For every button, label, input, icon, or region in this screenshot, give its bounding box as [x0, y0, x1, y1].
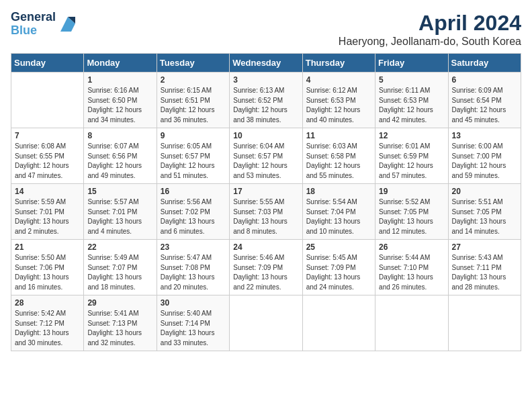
logo-line1: General [11, 10, 56, 24]
day-number: 9 [161, 131, 226, 140]
cell-content: Sunrise: 6:09 AM Sunset: 6:54 PM Dayligh… [452, 86, 517, 125]
day-number: 3 [233, 75, 298, 85]
cell-content: Sunrise: 5:46 AM Sunset: 7:09 PM Dayligh… [233, 253, 298, 292]
calendar-cell: 26Sunrise: 5:44 AM Sunset: 7:10 PM Dayli… [375, 240, 448, 295]
day-header-friday: Friday [375, 54, 448, 73]
cell-content: Sunrise: 5:43 AM Sunset: 7:11 PM Dayligh… [452, 253, 517, 292]
calendar-cell: 1Sunrise: 6:16 AM Sunset: 6:50 PM Daylig… [84, 73, 157, 128]
cell-content: Sunrise: 5:49 AM Sunset: 7:07 PM Dayligh… [87, 253, 152, 292]
day-number: 23 [161, 242, 226, 252]
calendar-cell: 18Sunrise: 5:54 AM Sunset: 7:04 PM Dayli… [302, 184, 375, 240]
cell-content: Sunrise: 5:40 AM Sunset: 7:14 PM Dayligh… [161, 309, 226, 348]
calendar-cell: 9Sunrise: 6:05 AM Sunset: 6:57 PM Daylig… [157, 128, 229, 184]
cell-content: Sunrise: 5:41 AM Sunset: 7:13 PM Dayligh… [87, 309, 152, 348]
day-header-sunday: Sunday [11, 54, 84, 73]
day-number: 22 [87, 242, 152, 252]
cell-content: Sunrise: 5:51 AM Sunset: 7:05 PM Dayligh… [452, 197, 517, 236]
day-header-thursday: Thursday [302, 54, 375, 73]
day-number: 19 [379, 187, 444, 196]
cell-content: Sunrise: 5:42 AM Sunset: 7:12 PM Dayligh… [15, 309, 80, 348]
week-row-2: 7Sunrise: 6:08 AM Sunset: 6:55 PM Daylig… [11, 128, 521, 184]
cell-content: Sunrise: 6:03 AM Sunset: 6:58 PM Dayligh… [306, 142, 371, 181]
calendar-cell: 25Sunrise: 5:45 AM Sunset: 7:09 PM Dayli… [302, 240, 375, 295]
calendar-cell: 4Sunrise: 6:12 AM Sunset: 6:53 PM Daylig… [302, 73, 375, 128]
day-header-tuesday: Tuesday [157, 54, 229, 73]
cell-content: Sunrise: 5:47 AM Sunset: 7:08 PM Dayligh… [161, 253, 226, 292]
day-number: 26 [379, 242, 444, 252]
cell-content: Sunrise: 5:56 AM Sunset: 7:02 PM Dayligh… [161, 197, 226, 236]
day-number: 15 [87, 187, 152, 196]
day-number: 4 [306, 75, 371, 85]
calendar-cell: 2Sunrise: 6:15 AM Sunset: 6:51 PM Daylig… [157, 73, 229, 128]
calendar-cell: 29Sunrise: 5:41 AM Sunset: 7:13 PM Dayli… [84, 295, 157, 351]
day-number: 17 [233, 187, 298, 196]
cell-content: Sunrise: 5:59 AM Sunset: 7:01 PM Dayligh… [15, 197, 80, 236]
location: Haeryong, Jeollanam-do, South Korea [339, 36, 521, 48]
day-number: 21 [15, 242, 80, 252]
calendar-cell: 5Sunrise: 6:11 AM Sunset: 6:53 PM Daylig… [375, 73, 448, 128]
month-title: April 2024 [339, 11, 521, 36]
cell-content: Sunrise: 6:04 AM Sunset: 6:57 PM Dayligh… [233, 142, 298, 181]
week-row-5: 28Sunrise: 5:42 AM Sunset: 7:12 PM Dayli… [11, 295, 521, 351]
day-number: 16 [161, 187, 226, 196]
cell-content: Sunrise: 5:44 AM Sunset: 7:10 PM Dayligh… [379, 253, 444, 292]
calendar-cell: 14Sunrise: 5:59 AM Sunset: 7:01 PM Dayli… [11, 184, 84, 240]
calendar-cell: 22Sunrise: 5:49 AM Sunset: 7:07 PM Dayli… [84, 240, 157, 295]
day-number: 25 [306, 242, 371, 252]
title-block: April 2024 Haeryong, Jeollanam-do, South… [339, 11, 521, 48]
calendar-cell: 23Sunrise: 5:47 AM Sunset: 7:08 PM Dayli… [157, 240, 229, 295]
calendar-cell: 6Sunrise: 6:09 AM Sunset: 6:54 PM Daylig… [448, 73, 521, 128]
day-header-wednesday: Wednesday [230, 54, 302, 73]
cell-content: Sunrise: 6:13 AM Sunset: 6:52 PM Dayligh… [233, 86, 298, 125]
calendar-cell: 13Sunrise: 6:00 AM Sunset: 7:00 PM Dayli… [448, 128, 521, 184]
day-number: 24 [233, 242, 298, 252]
day-number: 20 [452, 187, 517, 196]
day-number: 27 [452, 242, 517, 252]
calendar-header-row: SundayMondayTuesdayWednesdayThursdayFrid… [11, 54, 521, 73]
calendar-cell: 20Sunrise: 5:51 AM Sunset: 7:05 PM Dayli… [448, 184, 521, 240]
calendar-cell: 16Sunrise: 5:56 AM Sunset: 7:02 PM Dayli… [157, 184, 229, 240]
calendar-body: 1Sunrise: 6:16 AM Sunset: 6:50 PM Daylig… [11, 73, 521, 351]
cell-content: Sunrise: 6:16 AM Sunset: 6:50 PM Dayligh… [87, 86, 152, 125]
page-header: General Blue April 2024 Haeryong, Jeolla… [11, 11, 521, 48]
day-number: 18 [306, 187, 371, 196]
calendar-cell [302, 295, 375, 351]
cell-content: Sunrise: 5:52 AM Sunset: 7:05 PM Dayligh… [379, 197, 444, 236]
calendar-cell: 7Sunrise: 6:08 AM Sunset: 6:55 PM Daylig… [11, 128, 84, 184]
calendar-cell: 8Sunrise: 6:07 AM Sunset: 6:56 PM Daylig… [84, 128, 157, 184]
calendar-cell: 12Sunrise: 6:01 AM Sunset: 6:59 PM Dayli… [375, 128, 448, 184]
calendar-cell [11, 73, 84, 128]
cell-content: Sunrise: 5:57 AM Sunset: 7:01 PM Dayligh… [87, 197, 152, 236]
day-number: 7 [15, 131, 80, 140]
calendar-cell: 24Sunrise: 5:46 AM Sunset: 7:09 PM Dayli… [230, 240, 302, 295]
calendar-cell [375, 295, 448, 351]
day-number: 1 [87, 75, 152, 85]
cell-content: Sunrise: 6:08 AM Sunset: 6:55 PM Dayligh… [15, 142, 80, 181]
cell-content: Sunrise: 6:01 AM Sunset: 6:59 PM Dayligh… [379, 142, 444, 181]
week-row-4: 21Sunrise: 5:50 AM Sunset: 7:06 PM Dayli… [11, 240, 521, 295]
calendar-cell: 11Sunrise: 6:03 AM Sunset: 6:58 PM Dayli… [302, 128, 375, 184]
week-row-3: 14Sunrise: 5:59 AM Sunset: 7:01 PM Dayli… [11, 184, 521, 240]
day-number: 11 [306, 131, 371, 140]
cell-content: Sunrise: 6:07 AM Sunset: 6:56 PM Dayligh… [87, 142, 152, 181]
calendar-cell: 10Sunrise: 6:04 AM Sunset: 6:57 PM Dayli… [230, 128, 302, 184]
cell-content: Sunrise: 5:45 AM Sunset: 7:09 PM Dayligh… [306, 253, 371, 292]
day-header-saturday: Saturday [448, 54, 521, 73]
cell-content: Sunrise: 6:05 AM Sunset: 6:57 PM Dayligh… [161, 142, 226, 181]
cell-content: Sunrise: 5:55 AM Sunset: 7:03 PM Dayligh… [233, 197, 298, 236]
cell-content: Sunrise: 5:50 AM Sunset: 7:06 PM Dayligh… [15, 253, 80, 292]
cell-content: Sunrise: 6:12 AM Sunset: 6:53 PM Dayligh… [306, 86, 371, 125]
calendar-cell: 28Sunrise: 5:42 AM Sunset: 7:12 PM Dayli… [11, 295, 84, 351]
day-number: 6 [452, 75, 517, 85]
calendar-cell [448, 295, 521, 351]
calendar-cell: 17Sunrise: 5:55 AM Sunset: 7:03 PM Dayli… [230, 184, 302, 240]
logo: General Blue [11, 11, 78, 38]
calendar-cell: 27Sunrise: 5:43 AM Sunset: 7:11 PM Dayli… [448, 240, 521, 295]
calendar-cell: 3Sunrise: 6:13 AM Sunset: 6:52 PM Daylig… [230, 73, 302, 128]
day-number: 28 [15, 298, 80, 308]
day-number: 30 [161, 298, 226, 308]
cell-content: Sunrise: 5:54 AM Sunset: 7:04 PM Dayligh… [306, 197, 371, 236]
calendar-cell [230, 295, 302, 351]
week-row-1: 1Sunrise: 6:16 AM Sunset: 6:50 PM Daylig… [11, 73, 521, 128]
day-number: 5 [379, 75, 444, 85]
